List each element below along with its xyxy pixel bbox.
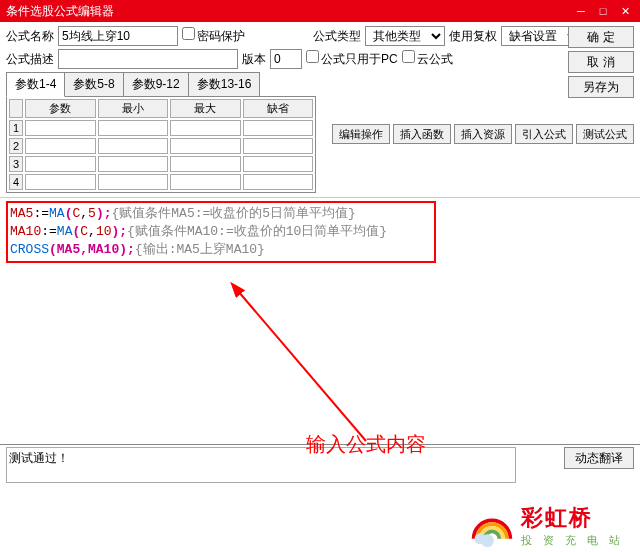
cancel-button[interactable]: 取 消 <box>568 51 634 73</box>
pconly-checkbox[interactable] <box>306 50 319 63</box>
minimize-icon[interactable]: ─ <box>572 3 590 19</box>
ver-input[interactable] <box>270 49 302 69</box>
logo-tag: 投 资 充 电 站 <box>521 533 624 548</box>
annotation-text: 输入公式内容 <box>306 431 426 458</box>
ok-button[interactable]: 确 定 <box>568 26 634 48</box>
table-row: 2 <box>9 138 313 154</box>
auth-label: 使用复权 <box>449 28 497 45</box>
pwd-text: 密码保护 <box>197 29 245 43</box>
impfml-button[interactable]: 引入公式 <box>515 124 573 144</box>
tab-params-9-12[interactable]: 参数9-12 <box>123 72 189 97</box>
code-editor[interactable]: MA5:=MA(C,5);{赋值条件MA5:=收盘价的5日简单平均值} MA10… <box>6 201 634 471</box>
cloud-label[interactable]: 云公式 <box>402 50 453 68</box>
pwd-label[interactable]: 密码保护 <box>182 27 245 45</box>
params-table: 参数最小最大缺省 1 2 3 4 <box>6 96 316 193</box>
table-row: 3 <box>9 156 313 172</box>
cloud-checkbox[interactable] <box>402 50 415 63</box>
maximize-icon[interactable]: □ <box>594 3 612 19</box>
col-min: 最小 <box>98 99 169 118</box>
col-default: 缺省 <box>243 99 314 118</box>
status-message: 测试通过！ <box>6 447 516 483</box>
tab-params-13-16[interactable]: 参数13-16 <box>188 72 261 97</box>
editop-button[interactable]: 编辑操作 <box>332 124 390 144</box>
svg-line-0 <box>238 291 366 441</box>
cloud-text: 云公式 <box>417 52 453 66</box>
insres-button[interactable]: 插入资源 <box>454 124 512 144</box>
window-title: 条件选股公式编辑器 <box>6 3 114 20</box>
insfn-button[interactable]: 插入函数 <box>393 124 451 144</box>
ver-label: 版本 <box>242 51 266 68</box>
col-param: 参数 <box>25 99 96 118</box>
dyntrans-button[interactable]: 动态翻译 <box>564 447 634 469</box>
tab-params-1-4[interactable]: 参数1-4 <box>6 72 65 97</box>
rainbow-icon <box>469 502 515 548</box>
desc-input[interactable] <box>58 49 238 69</box>
close-icon[interactable]: ✕ <box>616 3 634 19</box>
table-row: 4 <box>9 174 313 190</box>
name-input[interactable] <box>58 26 178 46</box>
pconly-text: 公式只用于PC <box>321 52 398 66</box>
name-label: 公式名称 <box>6 28 54 45</box>
desc-label: 公式描述 <box>6 51 54 68</box>
type-label: 公式类型 <box>313 28 361 45</box>
pconly-label[interactable]: 公式只用于PC <box>306 50 398 68</box>
type-select[interactable]: 其他类型 <box>365 26 445 46</box>
col-max: 最大 <box>170 99 241 118</box>
code-text: MA5:=MA(C,5);{赋值条件MA5:=收盘价的5日简单平均值} MA10… <box>6 201 634 263</box>
logo-name: 彩虹桥 <box>521 503 624 533</box>
tab-params-5-8[interactable]: 参数5-8 <box>64 72 123 97</box>
saveas-button[interactable]: 另存为 <box>568 76 634 98</box>
table-row: 1 <box>9 120 313 136</box>
pwd-checkbox[interactable] <box>182 27 195 40</box>
testfml-button[interactable]: 测试公式 <box>576 124 634 144</box>
svg-point-2 <box>481 534 494 547</box>
watermark-logo: 彩虹桥 投 资 充 电 站 <box>469 502 624 548</box>
